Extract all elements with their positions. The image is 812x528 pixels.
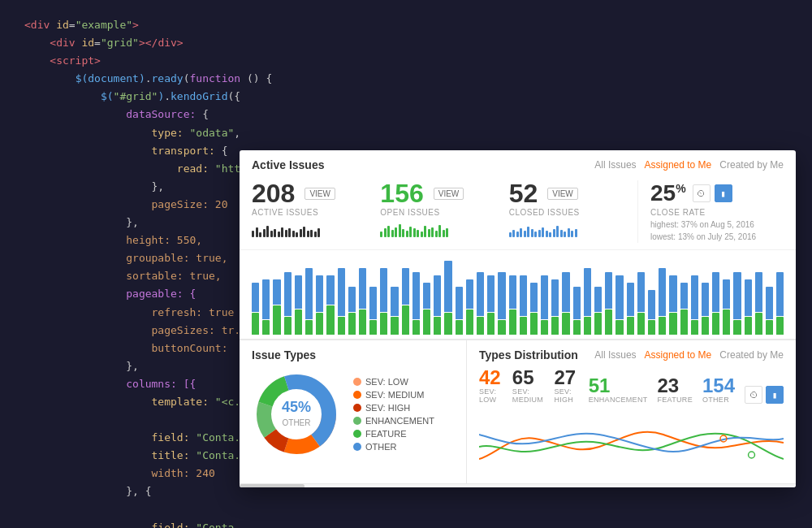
close-rate-label: CLOSE RATE (650, 208, 771, 217)
bar-group (498, 272, 505, 335)
legend-dot-enhancement (353, 417, 361, 425)
legend-sev-low: SEV: LOW (353, 377, 434, 387)
bar-group (284, 272, 292, 335)
bar-group (520, 275, 527, 335)
bar-group (584, 268, 591, 335)
bar-group (466, 279, 473, 335)
bar-group (402, 268, 409, 335)
dist-other: 154 OTHER (702, 376, 735, 404)
assigned-to-me-link[interactable]: Assigned to Me (645, 159, 712, 171)
dist-title: Types Distribution (479, 348, 578, 361)
open-metric: 156 VIEW OPEN ISSUES (380, 180, 508, 243)
bar-group (391, 287, 398, 335)
dist-feature-val: 23 (658, 376, 693, 396)
bar-group (551, 279, 559, 335)
donut-center-label: 45% OTHER (282, 400, 311, 429)
closed-label: CLOSED ISSUES (509, 208, 625, 217)
bar-group (487, 275, 495, 335)
dashboard-overlay: Active Issues All Issues Assigned to Me … (240, 150, 796, 487)
active-issues-links: All Issues Assigned to Me Created by Me (594, 159, 784, 171)
dist-other-val: 154 (702, 376, 735, 396)
bar-group (669, 275, 676, 335)
legend-sev-high: SEV: HIGH (353, 403, 434, 413)
bar-group (680, 283, 688, 335)
close-rate-value: 25% (650, 180, 686, 206)
dist-feature: 23 FEATURE (658, 376, 693, 404)
close-rate-detail: highest: 37% on Aug 5, 2016 lowest: 13% … (650, 219, 771, 243)
dist-sev-medium-val: 65 (512, 368, 545, 387)
close-rate-metric: 25% ⏲ ▮ CLOSE RATE highest: 37% on Aug 5… (637, 180, 784, 243)
legend-dot-other (353, 443, 361, 451)
chart-bar-icon[interactable]: ▮ (715, 184, 732, 202)
dist-all-issues[interactable]: All Issues (594, 349, 636, 361)
scroll-thumb (240, 484, 304, 487)
legend-feature: FEATURE (353, 429, 434, 439)
open-mini-bars (380, 219, 496, 237)
legend-dot-sev-high (353, 404, 361, 412)
bar-chart (240, 250, 796, 340)
active-issues-header: Active Issues All Issues Assigned to Me … (240, 150, 796, 176)
bar-group (456, 287, 463, 335)
legend: SEV: LOW SEV: MEDIUM SEV: HIGH ENHANCEME… (353, 377, 434, 452)
legend-dot-sev-low (353, 378, 361, 386)
bar-group (262, 279, 270, 335)
bar-group (615, 275, 623, 335)
legend-sev-medium: SEV: MEDIUM (353, 390, 434, 400)
bar-group (348, 287, 356, 335)
legend-enhancement: ENHANCEMENT (353, 416, 434, 426)
closed-metric: 52 VIEW CLOSED ISSUES (509, 180, 637, 243)
donut-chart: 45% OTHER (252, 370, 341, 459)
legend-dot-feature (353, 430, 361, 438)
dist-sev-medium: 65 SEV: MEDIUM (512, 368, 545, 404)
closed-mini-bars (509, 219, 625, 237)
dist-enhancement: 51 ENHANCEMENT (589, 376, 648, 404)
bottom-panels: Issue Types (240, 340, 796, 483)
active-metric: 208 VIEW ACTIVE ISSUES (252, 180, 380, 243)
bar-group (359, 268, 366, 335)
open-view-btn[interactable]: VIEW (434, 188, 464, 200)
bar-group (605, 272, 612, 335)
bar-group (412, 272, 420, 335)
bar-group (530, 283, 538, 335)
dist-enhancement-val: 51 (589, 376, 648, 396)
active-issues-panel: Active Issues All Issues Assigned to Me … (240, 150, 796, 340)
bar-group (295, 275, 302, 335)
dist-line-icon[interactable]: ⏲ (745, 386, 762, 404)
all-issues-link[interactable]: All Issues (594, 159, 636, 171)
bar-group (691, 275, 698, 335)
bar-group (477, 272, 484, 335)
bar-group (648, 290, 655, 335)
bar-group (338, 268, 345, 335)
bar-group (755, 272, 762, 335)
bar-group (659, 268, 666, 335)
active-count: 208 (252, 180, 295, 206)
dist-header: Types Distribution All Issues Assigned t… (479, 348, 784, 361)
bar-group (712, 272, 719, 335)
bar-group (573, 287, 581, 335)
metrics-row: 208 VIEW ACTIVE ISSUES (240, 176, 796, 250)
active-issues-title: Active Issues (252, 158, 325, 171)
active-view-btn[interactable]: VIEW (304, 188, 335, 200)
dist-sev-high-val: 27 (554, 368, 578, 387)
bar-group (702, 283, 709, 335)
legend-other: OTHER (353, 442, 434, 452)
closed-view-btn[interactable]: VIEW (547, 188, 578, 200)
open-label: OPEN ISSUES (380, 208, 496, 217)
chart-line-icon[interactable]: ⏲ (693, 184, 710, 202)
dist-assigned-to-me[interactable]: Assigned to Me (645, 349, 712, 361)
active-mini-bars (252, 219, 368, 237)
close-rate-icons: ⏲ ▮ (693, 184, 732, 202)
bar-group (369, 287, 377, 335)
dist-links: All Issues Assigned to Me Created by Me (594, 349, 784, 361)
donut-row: 45% OTHER SEV: LOW SEV: MEDIUM (252, 370, 454, 459)
bar-group (766, 287, 773, 335)
bar-group (627, 283, 634, 335)
dist-line-chart (479, 410, 784, 475)
dist-sev-low-val: 42 (479, 368, 503, 387)
types-dist-panel: Types Distribution All Issues Assigned t… (467, 340, 796, 483)
dist-bar-icon[interactable]: ▮ (766, 386, 784, 404)
closed-count: 52 (509, 180, 538, 206)
dist-created-by-me[interactable]: Created by Me (719, 349, 784, 361)
created-by-me-link[interactable]: Created by Me (719, 159, 784, 171)
bar-group (723, 279, 730, 335)
